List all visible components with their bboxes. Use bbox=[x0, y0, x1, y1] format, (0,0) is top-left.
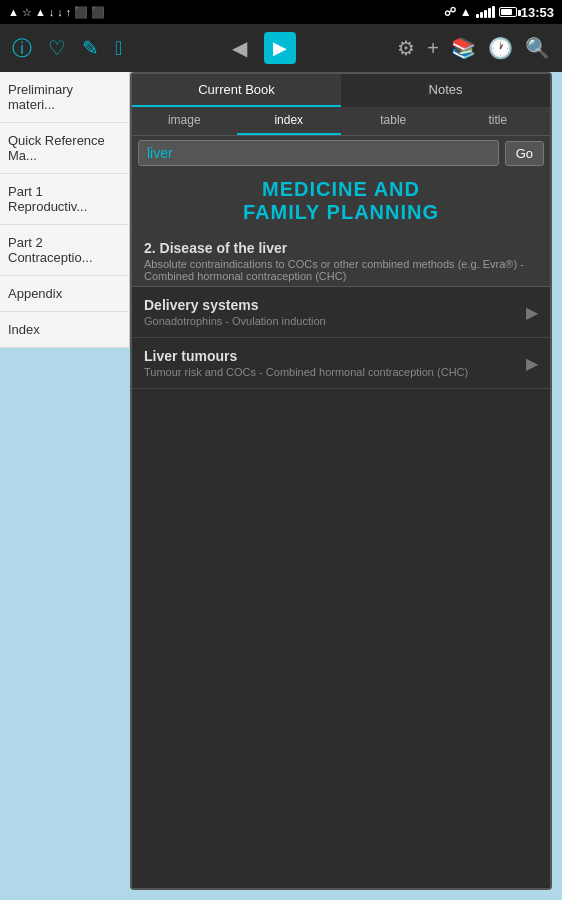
status-bar: ▲ ☆ ▲ ↓ ↓ ↑ ⬛ ⬛ ☍ ▲ 13:53 bbox=[0, 0, 562, 24]
result-title-disease-liver: 2. Disease of the liver bbox=[144, 240, 538, 256]
bluetooth-icon: ☍ bbox=[444, 5, 456, 19]
tab-table[interactable]: table bbox=[341, 107, 446, 135]
sidebar-item-part2[interactable]: Part 2 Contraceptio... bbox=[0, 225, 129, 276]
toolbar: ⓘ ♡ ✎ 𞼡 ◀ ▶ ⚙ + 📚 🕐 🔍 bbox=[0, 24, 562, 72]
status-bar-left: ▲ ☆ ▲ ↓ ↓ ↑ ⬛ ⬛ bbox=[8, 6, 105, 19]
toolbar-center: ◀ ▶ bbox=[224, 32, 296, 64]
status-bar-right: ☍ ▲ 13:53 bbox=[444, 5, 554, 20]
search-input[interactable] bbox=[138, 140, 499, 166]
tab-bar-top: Current Book Notes bbox=[132, 74, 550, 107]
history-icon[interactable]: 🕐 bbox=[488, 36, 513, 60]
sidebar-item-part1[interactable]: Part 1 Reproductiv... bbox=[0, 174, 129, 225]
book-icon[interactable]: 📚 bbox=[451, 36, 476, 60]
add-icon[interactable]: + bbox=[427, 37, 439, 60]
tab-index[interactable]: index bbox=[237, 107, 342, 135]
sidebar-item-preliminary[interactable]: Preliminary materi... bbox=[0, 72, 129, 123]
edit-icon[interactable]: ✎ bbox=[82, 36, 99, 60]
tab-title[interactable]: title bbox=[446, 107, 551, 135]
result-title-delivery-systems: Delivery systems bbox=[144, 297, 526, 313]
result-subtitle-delivery-systems: Gonadotrophins - Ovulation induction bbox=[144, 315, 526, 327]
book-title-line2: FAMILY PLANNING bbox=[144, 201, 538, 224]
forward-button[interactable]: ▶ bbox=[264, 32, 296, 64]
toolbar-right: ⚙ + 📚 🕐 🔍 bbox=[397, 36, 550, 60]
result-arrow-delivery: ▶ bbox=[526, 303, 538, 322]
battery-icon bbox=[499, 7, 517, 17]
book-title-line1: MEDICINE AND bbox=[144, 178, 538, 201]
go-button[interactable]: Go bbox=[505, 141, 544, 166]
tab-image[interactable]: image bbox=[132, 107, 237, 135]
heart-icon[interactable]: ♡ bbox=[48, 36, 66, 60]
search-modal: Current Book Notes image index table tit… bbox=[130, 72, 552, 890]
result-item-liver-tumours[interactable]: Liver tumours Tumour risk and COCs - Com… bbox=[132, 338, 550, 389]
wifi-icon: ▲ bbox=[460, 5, 472, 19]
signal-icon bbox=[476, 6, 495, 18]
book-title-area: MEDICINE AND FAMILY PLANNING bbox=[132, 170, 550, 232]
result-item-disease-liver[interactable]: 2. Disease of the liver Absolute contrai… bbox=[132, 232, 550, 287]
result-title-liver-tumours: Liver tumours bbox=[144, 348, 526, 364]
tab-current-book[interactable]: Current Book bbox=[132, 74, 341, 107]
result-subtitle-liver-tumours: Tumour risk and COCs - Combined hormonal… bbox=[144, 366, 526, 378]
time-display: 13:53 bbox=[521, 5, 554, 20]
result-item-delivery-systems[interactable]: Delivery systems Gonadotrophins - Ovulat… bbox=[132, 287, 550, 338]
sidebar: Preliminary materi... Quick Reference Ma… bbox=[0, 72, 130, 348]
notification-icons: ▲ ☆ ▲ ↓ ↓ ↑ ⬛ ⬛ bbox=[8, 6, 105, 19]
sidebar-item-quick-reference[interactable]: Quick Reference Ma... bbox=[0, 123, 129, 174]
sidebar-item-appendix[interactable]: Appendix bbox=[0, 276, 129, 312]
tab-notes[interactable]: Notes bbox=[341, 74, 550, 107]
search-row: Go bbox=[132, 136, 550, 170]
tab-bar-second: image index table title bbox=[132, 107, 550, 136]
main-area: Preliminary materi... Quick Reference Ma… bbox=[0, 72, 562, 900]
back-button[interactable]: ◀ bbox=[224, 32, 256, 64]
result-content-liver-tumours: Liver tumours Tumour risk and COCs - Com… bbox=[144, 348, 526, 378]
toolbar-left: ⓘ ♡ ✎ 𞼡 bbox=[12, 35, 122, 62]
pulse-icon[interactable]: 𞼡 bbox=[115, 37, 122, 60]
info-icon[interactable]: ⓘ bbox=[12, 35, 32, 62]
results-list: 2. Disease of the liver Absolute contrai… bbox=[132, 232, 550, 888]
search-icon[interactable]: 🔍 bbox=[525, 36, 550, 60]
result-content-delivery-systems: Delivery systems Gonadotrophins - Ovulat… bbox=[144, 297, 526, 327]
result-arrow-tumours: ▶ bbox=[526, 354, 538, 373]
settings-icon[interactable]: ⚙ bbox=[397, 36, 415, 60]
result-subtitle-disease-liver: Absolute contraindications to COCs or ot… bbox=[144, 258, 538, 282]
sidebar-item-index[interactable]: Index bbox=[0, 312, 129, 348]
